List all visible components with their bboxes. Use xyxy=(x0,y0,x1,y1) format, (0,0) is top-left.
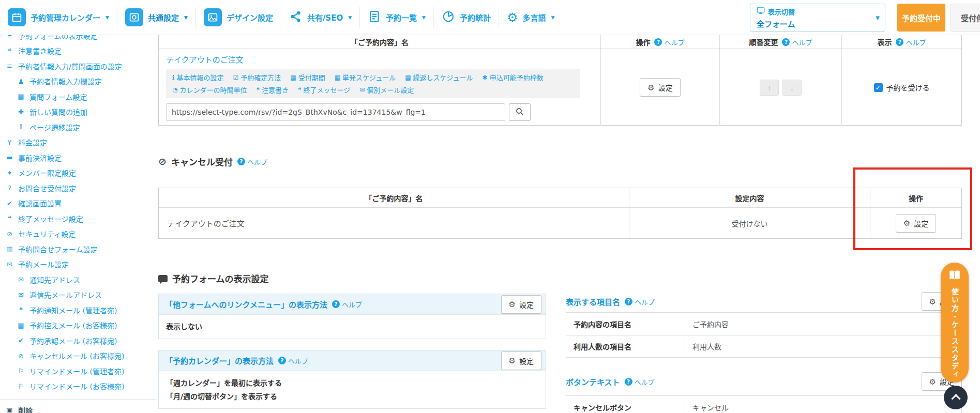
item-names-table: 予約内容の項目名 ご予約内容 利用人数の項目名 利用人数 xyxy=(566,312,962,358)
sidebar-item-remind-mail-admin[interactable]: ⚐リマインドメール (管理者宛) xyxy=(0,363,156,379)
settings-button[interactable]: ⚙設定 xyxy=(501,295,541,314)
quick-settings-links: ℹ基本情報の設定 ☑予約確定方法 ▦受付期間 ▦単発スケジュール ▦繰返しスケジ… xyxy=(166,69,580,98)
nav-item-share-seo[interactable]: 共有/SEO ▼ xyxy=(281,0,359,35)
reservation-content-row: テイクアウトのご注文 ℹ基本情報の設定 ☑予約確定方法 ▦受付期間 ▦単発スケジ… xyxy=(159,49,961,125)
sidebar-item-question-form[interactable]: ▤質問フォーム設定 xyxy=(0,89,156,104)
reservation-content-cell: テイクアウトのご注文 ℹ基本情報の設定 ☑予約確定方法 ▦受付期間 ▦単発スケジ… xyxy=(159,49,600,126)
accept-reservation-label: 予約を受ける xyxy=(886,82,930,93)
sidebar-item-reply-address[interactable]: ✉返信先メールアドレス xyxy=(0,287,156,303)
question-circle-icon: ? xyxy=(896,38,903,46)
bell-icon: ⚐ xyxy=(17,367,25,375)
sidebar-item-delete[interactable]: ▣削除 xyxy=(0,403,156,413)
nav-item-reservation-list[interactable]: 予約一覧 ▼ xyxy=(360,0,433,35)
sidebar-item-notify-mail-admin[interactable]: ❝予約通知メール (管理者宛) xyxy=(0,302,156,318)
help-link[interactable]: ?ヘルプ xyxy=(237,157,267,166)
nav-item-reservation-calendar[interactable]: 予約管理カレンダー ▼ xyxy=(0,0,117,35)
form-switcher-label: 表示切替 xyxy=(768,7,795,17)
column-header-name: 「ご予約内容」名 xyxy=(159,35,600,49)
sidebar-item-page-transition[interactable]: ⇩ページ遷移設定 xyxy=(0,119,156,135)
sidebar-item-security[interactable]: ⊘セキュリティ設定 xyxy=(0,226,156,242)
sidebar-item-end-message[interactable]: ❝終了メッセージ設定 xyxy=(0,211,156,226)
sidebar-item-approve-mail-customer[interactable]: ✔予約承認メール (お客様宛) xyxy=(0,333,156,348)
sidebar-item-price[interactable]: ¥料金設定 xyxy=(0,135,156,150)
sidebar-item-mail-settings[interactable]: ✉予約メール設定 xyxy=(0,257,156,272)
quick-link-repeat-schedule[interactable]: ▦繰返しスケジュール xyxy=(405,72,473,82)
help-link[interactable]: ?ヘルプ xyxy=(332,299,362,309)
calendar-icon xyxy=(8,8,26,26)
accept-reservation-checkbox[interactable]: ✓ 予約を受ける xyxy=(874,82,930,93)
scroll-to-top-button[interactable] xyxy=(944,386,968,409)
settings-button[interactable]: ⚙設定 xyxy=(896,214,936,233)
panel-title: 「他フォームへのリンクメニュー」の表示方法 xyxy=(165,299,327,310)
accepting-status-button[interactable]: 予約受付中 xyxy=(897,4,945,32)
form-switcher-dropdown[interactable]: 表示切替 全フォーム ▼ xyxy=(750,4,885,32)
gear-icon: ⚙ xyxy=(929,378,936,386)
quick-link-time-unit[interactable]: ◔カレンダーの時間単位 xyxy=(172,85,247,95)
sidebar-item-copy-mail-customer[interactable]: ▤予約控えメール (お客様宛) xyxy=(0,318,156,333)
sidebar-item-confirm-screen[interactable]: ✔確認画面設置 xyxy=(0,196,156,211)
gear-icon: ⚙ xyxy=(929,298,936,305)
document-icon: ▤ xyxy=(17,322,25,329)
quick-link-slot-count[interactable]: ✱申込可能予約枠数 xyxy=(483,72,544,82)
question-circle-icon: ? xyxy=(332,300,340,308)
nav-item-design-settings[interactable]: デザイン設定 xyxy=(196,0,281,35)
sidebar-item-prepayment[interactable]: ▬事前決済設定 xyxy=(0,150,156,165)
help-link[interactable]: ?ヘルプ xyxy=(654,37,684,47)
speech-bubble-icon xyxy=(158,275,168,282)
sidebar-item-add-question[interactable]: ✚新しい質問の追加 xyxy=(0,104,156,120)
quick-link-individual-mail[interactable]: ✉個別メール設定 xyxy=(359,85,414,95)
block-icon: ⊘ xyxy=(17,352,25,360)
link-menu-panel-header: 「他フォームへのリンクメニュー」の表示方法 ?ヘルプ ⚙設定 xyxy=(159,294,546,314)
sidebar-item-notice[interactable]: ❝注意書き設定 xyxy=(0,43,156,59)
image-icon xyxy=(204,8,222,26)
sidebar-item-remind-mail-customer[interactable]: ⚐リマインドメール (お客様宛) xyxy=(0,379,156,394)
question-circle-icon: ? xyxy=(625,298,632,305)
reservation-form-name-link[interactable]: テイクアウトのご注文 xyxy=(166,55,244,65)
sidebar-item-member-only[interactable]: ✦メンバー限定設定 xyxy=(0,165,156,181)
nav-label: デザイン設定 xyxy=(227,12,273,23)
item-name-label: 予約内容の項目名 xyxy=(566,313,685,335)
url-preview-button[interactable] xyxy=(509,103,531,121)
help-link[interactable]: ?ヘルプ xyxy=(625,377,655,387)
sidebar-item-inquiry-form[interactable]: ▥予約問合せフォーム設定 xyxy=(0,241,156,257)
help-link[interactable]: ?ヘルプ xyxy=(782,37,812,47)
sidebar-item-inquiry[interactable]: ?お問合せ受付設定 xyxy=(0,180,156,196)
question-circle-icon: ? xyxy=(625,378,632,386)
nav-item-multilanguage[interactable]: ⚙ 多言語 ▼ xyxy=(499,0,562,35)
column-header-content: 設定内容 xyxy=(629,188,870,207)
calendar-icon: ▦ xyxy=(335,74,340,81)
sidebar-item-notify-address[interactable]: ✉通知先アドレス xyxy=(0,272,156,287)
form-name-cell: テイクアウトのご注文 xyxy=(159,208,629,238)
chevron-down-icon: ▼ xyxy=(551,15,555,20)
settings-button[interactable]: ⚙設定 xyxy=(640,78,680,97)
quick-link-end-message[interactable]: ❝終了メッセージ xyxy=(298,85,350,95)
sidebar-item-visitor-input[interactable]: ≡予約者情報入力/質問画面の設定 xyxy=(0,58,156,74)
quick-link-accept-period[interactable]: ▦受付期間 xyxy=(290,72,325,82)
quick-link-basic-info[interactable]: ℹ基本情報の設定 xyxy=(172,72,224,82)
chevron-down-icon: ▼ xyxy=(348,15,352,20)
help-link[interactable]: ?ヘルプ xyxy=(896,37,926,47)
nav-item-common-settings[interactable]: 共通設定 ▼ xyxy=(117,0,195,35)
settings-button[interactable]: ⚙設定 xyxy=(501,351,541,370)
help-link[interactable]: ?ヘルプ xyxy=(278,356,308,365)
sidebar-item-cancel-mail-customer[interactable]: ⊘キャンセルメール (お客様宛) xyxy=(0,348,156,364)
quick-link-notice[interactable]: ❝注意書き xyxy=(257,85,289,95)
yen-icon: ¥ xyxy=(5,139,14,146)
mail-icon: ✉ xyxy=(17,276,25,283)
usage-case-study-tab[interactable]: 使い方・ケーススタディ xyxy=(941,263,969,383)
question-circle-icon: ? xyxy=(654,38,662,46)
quick-link-confirm-method[interactable]: ☑予約確定方法 xyxy=(233,72,281,82)
button-text-value: キャンセル xyxy=(685,396,961,413)
form-icon: ▤ xyxy=(17,93,25,100)
sidebar-item-input-fields[interactable]: ♟予約者情報入力欄設定 xyxy=(0,74,156,89)
move-down-button[interactable]: ↓ xyxy=(782,80,802,96)
stop-accepting-button[interactable]: 受付停止 xyxy=(951,4,980,32)
gear-icon: ⚙ xyxy=(509,357,516,364)
quick-link-single-schedule[interactable]: ▦単発スケジュール xyxy=(335,72,396,82)
reservation-url-input[interactable] xyxy=(166,103,505,121)
chevron-up-icon xyxy=(951,394,960,403)
help-link[interactable]: ?ヘルプ xyxy=(625,297,655,307)
calendar-display-panel-header: 「予約カレンダー」の表示方法 ?ヘルプ ⚙設定 xyxy=(159,350,546,371)
move-up-button[interactable]: ↑ xyxy=(760,80,779,96)
nav-item-reservation-stats[interactable]: 予約統計 xyxy=(434,0,499,35)
